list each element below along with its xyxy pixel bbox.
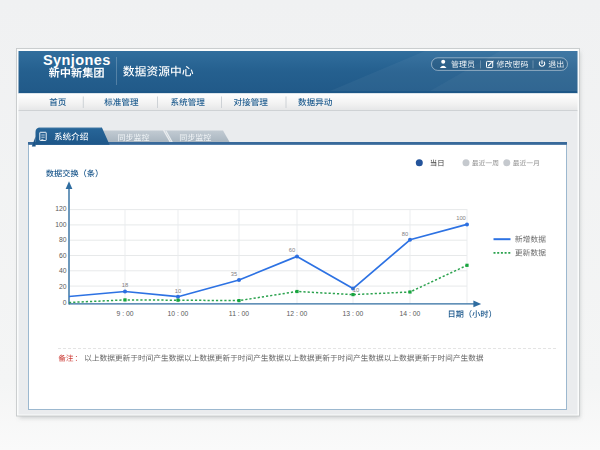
svg-text:100: 100 — [456, 215, 466, 221]
svg-text:80: 80 — [59, 236, 67, 243]
svg-text:0: 0 — [63, 299, 67, 306]
svg-text:Synjones: Synjones — [43, 52, 111, 68]
svg-text:12 : 00: 12 : 00 — [287, 310, 308, 317]
svg-text:10: 10 — [175, 288, 181, 294]
svg-text:14 : 00: 14 : 00 — [400, 310, 421, 317]
svg-text:9 : 00: 9 : 00 — [116, 310, 133, 317]
svg-text:35: 35 — [231, 271, 237, 277]
svg-text:10 : 00: 10 : 00 — [168, 310, 189, 317]
svg-text:10: 10 — [353, 287, 359, 293]
svg-text:120: 120 — [55, 205, 67, 212]
svg-text:13 : 00: 13 : 00 — [343, 310, 364, 317]
svg-text:60: 60 — [289, 247, 295, 253]
svg-text:20: 20 — [59, 283, 67, 290]
svg-text:18: 18 — [122, 282, 128, 288]
svg-text:100: 100 — [55, 221, 67, 228]
svg-text:80: 80 — [402, 231, 408, 237]
svg-text:11 : 00: 11 : 00 — [229, 310, 250, 317]
svg-text:40: 40 — [59, 267, 67, 274]
svg-text:60: 60 — [59, 252, 67, 259]
